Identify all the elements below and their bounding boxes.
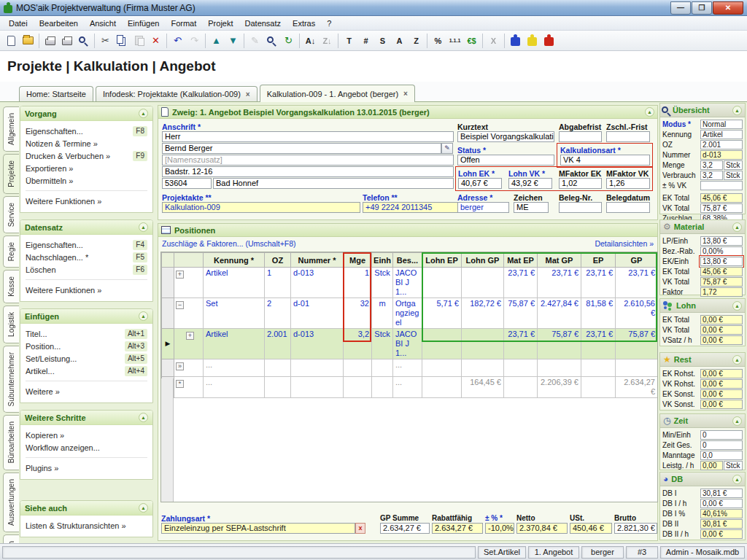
menu-projekt[interactable]: Projekt: [202, 18, 239, 29]
print-envelope-icon[interactable]: [58, 33, 75, 49]
detail-value[interactable]: 0,00 €: [700, 325, 743, 335]
new-document-icon[interactable]: [3, 33, 20, 49]
format-s-icon[interactable]: S: [374, 33, 391, 49]
collapse-section-button[interactable]: ▲: [139, 311, 148, 321]
detail-value[interactable]: Normal: [700, 120, 743, 129]
format-text-icon[interactable]: T: [341, 33, 357, 49]
sidebar-item[interactable]: Weitere Funktionen »: [26, 195, 147, 207]
sidebar-item[interactable]: LöschenF6: [26, 263, 147, 276]
edit-address-button[interactable]: ✎: [441, 143, 453, 154]
zuschlaege-link[interactable]: Zuschläge & Faktoren... (Umschalt+F8): [162, 239, 296, 248]
copy-icon[interactable]: [114, 33, 131, 49]
detail-value[interactable]: 0,00 €: [700, 529, 743, 539]
cell[interactable]: d-013: [291, 268, 344, 298]
outline-numbering-icon[interactable]: 1.1.1: [446, 33, 463, 49]
sidebar-item[interactable]: Set/Leistung...Alt+5: [26, 352, 147, 365]
detail-value[interactable]: 1,72: [700, 287, 743, 297]
cell[interactable]: 23,71 €: [581, 268, 616, 298]
sidebar-item[interactable]: Übermitteln »: [26, 174, 147, 187]
sidebar-item[interactable]: Weitere »: [26, 385, 147, 397]
cell[interactable]: 81,58 €: [581, 298, 616, 329]
cell[interactable]: Artikel: [204, 329, 265, 359]
cell[interactable]: ...: [204, 359, 265, 377]
cell[interactable]: [616, 359, 658, 377]
cell[interactable]: 2.206,39 €: [538, 377, 581, 398]
cell[interactable]: 2.634,27 €: [616, 377, 658, 398]
telefon-field[interactable]: +49 2224 2011345: [363, 202, 458, 213]
expander-cell[interactable]: *: [174, 377, 204, 398]
kalkulationsart-field[interactable]: VK 4: [560, 155, 650, 166]
undo-icon[interactable]: ↶: [169, 33, 186, 49]
detail-value[interactable]: 3,2: [700, 171, 723, 180]
sidebar-item[interactable]: Artikel...Alt+4: [26, 365, 147, 377]
format-a-icon[interactable]: A: [391, 33, 408, 49]
cell[interactable]: [265, 377, 291, 398]
detail-value[interactable]: 45,06 €: [700, 193, 743, 203]
detail-value[interactable]: 0,00 €: [700, 499, 743, 508]
detail-value[interactable]: 75,87 €: [700, 277, 743, 287]
detail-value[interactable]: 2.001: [700, 140, 743, 149]
detail-value[interactable]: 30,81 €: [700, 489, 743, 498]
zschl-frist-field[interactable]: [606, 131, 650, 142]
cell[interactable]: 3,2: [344, 329, 372, 359]
expander-icon[interactable]: *: [176, 380, 184, 388]
total-brutto-value[interactable]: 2.821,30 €: [614, 523, 657, 534]
percent-icon[interactable]: %: [430, 33, 446, 49]
expander-cell[interactable]: +: [174, 268, 204, 298]
name-field[interactable]: Bernd Berger: [162, 143, 441, 154]
column-header-mat-ep[interactable]: Mat EP: [504, 253, 538, 268]
expander-cell[interactable]: »: [174, 359, 204, 377]
projektakte-field[interactable]: Kalkulation-009: [162, 202, 360, 213]
menu-einfuegen[interactable]: Einfügen: [122, 18, 165, 29]
cell[interactable]: [422, 377, 462, 398]
detail-value[interactable]: 0,00 €: [700, 400, 743, 409]
table-row[interactable]: »......: [162, 359, 658, 377]
cell[interactable]: 75,87 €: [538, 329, 581, 359]
delete-icon[interactable]: ✕: [147, 33, 164, 49]
detail-value[interactable]: 40,61%: [700, 509, 743, 518]
nav-tab-logistik[interactable]: Logistik: [3, 306, 19, 343]
nav-tab-allgemein[interactable]: Allgemein: [3, 106, 19, 152]
salutation-field[interactable]: Herr: [162, 131, 454, 142]
detail-value[interactable]: Artikel: [700, 130, 743, 139]
table-row[interactable]: −Set2d-0132mOrtgangziegel5,71 €182,72 €7…: [162, 298, 658, 329]
menu-ansicht[interactable]: Ansicht: [84, 18, 122, 29]
cell[interactable]: 2.001: [265, 329, 291, 359]
collapse-section-button[interactable]: ▲: [139, 413, 148, 422]
minimize-button[interactable]: —: [670, 1, 691, 15]
zip-field[interactable]: 53604: [162, 178, 212, 189]
column-header-mge[interactable]: Mge: [344, 253, 372, 268]
cell[interactable]: m: [372, 298, 393, 329]
detail-value[interactable]: 0,00 €: [700, 335, 743, 345]
cell[interactable]: 23,71 €: [616, 268, 658, 298]
cell[interactable]: [462, 359, 504, 377]
detail-value[interactable]: 0,00: [700, 461, 723, 470]
total-ust-value[interactable]: 450,46 €: [570, 523, 612, 534]
cell[interactable]: 23,71 €: [504, 329, 538, 359]
cell[interactable]: [538, 359, 581, 377]
cell[interactable]: [344, 377, 372, 398]
tab-infodesk[interactable]: Infodesk: Projektakte (Kalkulation-009)×: [96, 86, 258, 101]
column-header-einh[interactable]: Einh: [372, 253, 393, 268]
nav-tab-kasse[interactable]: Kasse: [3, 270, 19, 303]
print-icon[interactable]: [42, 33, 58, 49]
lookup-icon[interactable]: [263, 33, 280, 49]
cell[interactable]: [291, 359, 344, 377]
cell[interactable]: 75,87 €: [616, 329, 658, 359]
cut-icon[interactable]: ✂: [97, 33, 114, 49]
collapse-section-button[interactable]: ▲: [139, 503, 148, 513]
cell[interactable]: [462, 329, 504, 359]
sidebar-item[interactable]: Listen & Strukturansichten »: [26, 519, 147, 532]
expander-icon[interactable]: »: [176, 362, 184, 370]
detail-value[interactable]: 0,00 €: [700, 379, 743, 389]
sidebar-item[interactable]: Workflow anzeigen...: [26, 441, 147, 454]
beleg-nr-field[interactable]: [559, 202, 602, 213]
collapse-section-button[interactable]: ▲: [139, 109, 148, 118]
sidebar-item[interactable]: Weitere Funktionen »: [26, 284, 147, 296]
cell[interactable]: 2: [265, 298, 291, 329]
cell[interactable]: 32: [344, 298, 372, 329]
plugin-blue-icon[interactable]: [507, 33, 524, 49]
cell[interactable]: [291, 377, 344, 398]
expander-cell[interactable]: −: [174, 298, 204, 329]
mfaktor-ek-field[interactable]: 1,02: [559, 178, 602, 189]
